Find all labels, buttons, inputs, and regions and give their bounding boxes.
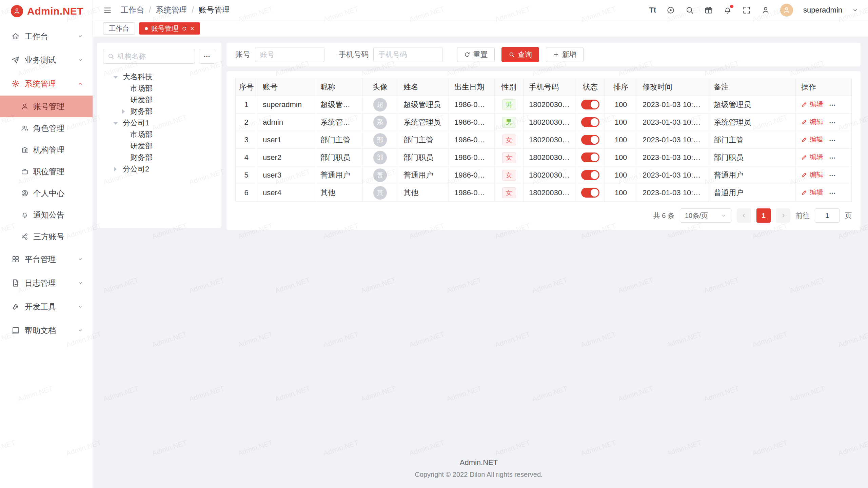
tree-node[interactable]: 研发部: [103, 140, 215, 152]
cell-status: [576, 131, 605, 149]
status-toggle[interactable]: [581, 170, 599, 180]
tree-node[interactable]: 财务部: [103, 106, 215, 117]
locate-icon[interactable]: [666, 6, 675, 15]
sidebar-subitem-label: 三方账号: [33, 231, 64, 242]
caret-right-icon[interactable]: [122, 109, 125, 114]
row-more-button[interactable]: •••: [829, 191, 836, 196]
sidebar-subitem-third-party-account[interactable]: 三方账号: [0, 226, 93, 247]
prev-page-button[interactable]: [737, 208, 751, 223]
theme-gift-icon[interactable]: [704, 6, 713, 15]
tab-workbench[interactable]: 工作台: [103, 22, 135, 35]
tree-node[interactable]: 研发部: [103, 94, 215, 106]
breadcrumb-item-system[interactable]: 系统管理: [156, 5, 187, 15]
status-toggle[interactable]: [581, 152, 599, 162]
goto-page-input[interactable]: [815, 208, 840, 223]
page-size-select[interactable]: 10条/页: [680, 208, 731, 223]
edit-button[interactable]: 编辑: [801, 117, 823, 126]
close-icon[interactable]: ×: [190, 25, 194, 32]
tree-node[interactable]: 市场部: [103, 129, 215, 140]
sidebar-subitem-role-mgmt[interactable]: 角色管理: [0, 117, 93, 139]
sidebar-item-help-docs[interactable]: 帮助文档: [0, 319, 93, 342]
hamburger-menu-icon[interactable]: [103, 6, 112, 15]
gender-badge: 女: [502, 152, 516, 163]
tree-node[interactable]: 大名科技: [103, 71, 215, 83]
username[interactable]: superadmin: [803, 6, 842, 15]
tree-node-label: 分公司1: [123, 118, 149, 128]
refresh-icon[interactable]: [182, 26, 187, 31]
org-search-input[interactable]: [117, 52, 191, 60]
cell-remark: 超级管理员: [708, 96, 796, 114]
phone-input[interactable]: [373, 47, 443, 62]
font-size-icon[interactable]: Tt: [649, 6, 656, 15]
status-toggle[interactable]: [581, 117, 599, 127]
page-number-button[interactable]: 1: [756, 208, 771, 223]
sidebar-subitem-account-mgmt[interactable]: 账号管理: [0, 96, 93, 117]
row-more-button[interactable]: •••: [829, 156, 836, 161]
sidebar-item-platform-mgmt[interactable]: 平台管理: [0, 247, 93, 271]
next-page-button[interactable]: [776, 208, 790, 223]
breadcrumb-separator: /: [192, 5, 194, 15]
sidebar-subitem-notice[interactable]: 通知公告: [0, 204, 93, 226]
cell-phone: 18020030720: [524, 184, 576, 202]
wrench-icon: [12, 303, 20, 311]
status-toggle[interactable]: [581, 135, 599, 145]
home-icon: [12, 32, 20, 40]
table-row: 4user2部门职员部部门职员1986-06-28女18020030720100…: [236, 149, 852, 166]
account-input[interactable]: [255, 47, 324, 62]
row-avatar: 普: [373, 168, 387, 182]
user-avatar[interactable]: [780, 4, 793, 17]
chevron-down-icon[interactable]: [852, 7, 858, 13]
caret-down-icon[interactable]: [113, 76, 118, 79]
fullscreen-icon[interactable]: [742, 6, 751, 15]
sidebar-item-system-mgmt[interactable]: 系统管理: [0, 72, 93, 96]
org-more-button[interactable]: •••: [199, 49, 215, 64]
sidebar-item-log-mgmt[interactable]: 日志管理: [0, 271, 93, 295]
sidebar-subitem-position-mgmt[interactable]: 职位管理: [0, 161, 93, 182]
edit-button[interactable]: 编辑: [801, 170, 823, 179]
sidebar-item-workbench[interactable]: 工作台: [0, 24, 93, 48]
goto-label: 前往: [796, 211, 809, 220]
column-header-avatar: 头像: [362, 78, 398, 96]
add-button[interactable]: 新增: [546, 47, 584, 62]
status-toggle[interactable]: [581, 188, 599, 198]
tree-node[interactable]: 分公司1: [103, 117, 215, 129]
row-more-button[interactable]: •••: [829, 120, 836, 125]
cell-gender: 女: [495, 184, 524, 202]
reset-button[interactable]: 重置: [457, 47, 495, 62]
sidebar-subitem-profile-center[interactable]: 个人中心: [0, 182, 93, 204]
logo[interactable]: Admin.NET: [0, 0, 93, 22]
edit-label: 编辑: [810, 117, 823, 126]
chevron-down-icon: [721, 213, 726, 218]
edit-label: 编辑: [810, 100, 823, 109]
sidebar-item-business-test[interactable]: 业务测试: [0, 48, 93, 72]
edit-button[interactable]: 编辑: [801, 152, 823, 162]
sidebar-item-dev-tools[interactable]: 开发工具: [0, 295, 93, 319]
cell-remark: 系统管理员: [708, 114, 796, 131]
tree-node[interactable]: 分公司2: [103, 163, 215, 175]
sidebar-subitem-org-mgmt[interactable]: 机构管理: [0, 139, 93, 161]
footer-copyright: Copyright © 2022 Dilon All rights reserv…: [97, 471, 861, 479]
row-more-button[interactable]: •••: [829, 138, 836, 143]
tab-account-mgmt[interactable]: 账号管理 ×: [139, 22, 200, 35]
caret-right-icon[interactable]: [114, 167, 117, 171]
search-icon[interactable]: [685, 6, 694, 15]
breadcrumb-item-account: 账号管理: [199, 5, 230, 15]
cell-actions: 编辑•••: [796, 149, 852, 166]
cell-account: user4: [257, 184, 315, 202]
edit-button[interactable]: 编辑: [801, 100, 823, 109]
breadcrumb-item-workbench[interactable]: 工作台: [121, 5, 144, 15]
status-toggle[interactable]: [581, 100, 599, 109]
edit-button[interactable]: 编辑: [801, 135, 823, 144]
row-more-button[interactable]: •••: [829, 173, 836, 178]
caret-down-icon[interactable]: [113, 122, 118, 125]
cell-actions: 编辑•••: [796, 131, 852, 149]
user-info-icon[interactable]: [761, 6, 770, 15]
search-button[interactable]: 查询: [501, 47, 539, 62]
notification-bell-icon[interactable]: [723, 6, 732, 15]
column-header-birthdate: 出生日期: [449, 78, 495, 96]
column-header-status: 状态: [576, 78, 605, 96]
row-more-button[interactable]: •••: [829, 103, 836, 108]
tree-node[interactable]: 市场部: [103, 83, 215, 94]
tree-node[interactable]: 财务部: [103, 152, 215, 163]
edit-button[interactable]: 编辑: [801, 188, 823, 197]
